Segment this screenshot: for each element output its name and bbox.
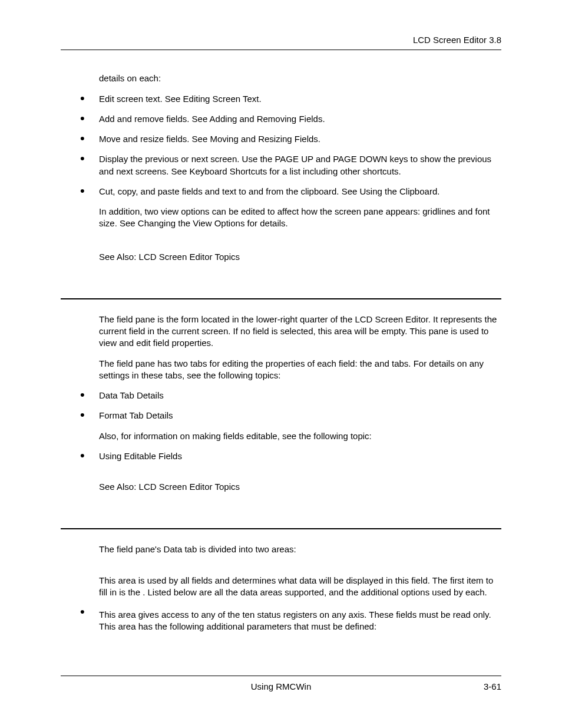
see-also: See Also: LCD Screen Editor Topics: [99, 481, 501, 493]
list-item-text: This area gives access to any of the ten…: [99, 610, 491, 631]
page-footer: Using RMCWin 3-61: [61, 676, 501, 693]
header-rule: [61, 50, 501, 50]
see-also: See Also: LCD Screen Editor Topics: [99, 251, 501, 263]
bullet-list-b: Data Tab Details Format Tab Details Also…: [99, 390, 501, 442]
list-item: Move and resize fields. See Moving and R…: [80, 133, 501, 145]
body-paragraph: The field pane's Data tab is divided int…: [99, 543, 501, 555]
lead-text: details on each:: [99, 73, 501, 84]
footer-rule: [61, 676, 501, 676]
bullet-list-c: This area gives access to any of the ten…: [99, 607, 501, 633]
section-rule: [61, 298, 501, 299]
list-item: Data Tab Details: [80, 390, 501, 401]
list-item: Add and remove fields. See Adding and Re…: [80, 113, 501, 125]
list-item: This area gives access to any of the ten…: [80, 607, 501, 633]
list-item-text: Format Tab Details: [99, 410, 173, 420]
header-section-label: LCD Screen Editor 3.8: [61, 34, 501, 46]
section-rule: [61, 528, 501, 529]
list-item: Using Editable Fields: [80, 450, 501, 462]
footer-title: Using RMCWin: [96, 681, 466, 693]
list-item: Display the previous or next screen. Use…: [80, 153, 501, 177]
body-paragraph: The field pane is the form located in th…: [99, 314, 501, 350]
body-paragraph: This area is used by all fields and dete…: [99, 575, 501, 599]
bullet-list-b2: Using Editable Fields: [99, 450, 501, 462]
body-paragraph: The field pane has two tabs for editing …: [99, 358, 501, 382]
list-followup: Also, for information on making fields e…: [99, 430, 501, 442]
footer-page-number: 3-61: [466, 681, 501, 693]
list-item: Edit screen text. See Editing Screen Tex…: [80, 93, 501, 105]
bullet-list-a: Edit screen text. See Editing Screen Tex…: [99, 93, 501, 230]
list-followup: In addition, two view options can be edi…: [99, 206, 501, 230]
list-item-text: Cut, copy, and paste fields and text to …: [99, 186, 439, 196]
list-item: Cut, copy, and paste fields and text to …: [80, 186, 501, 230]
list-item: Format Tab Details Also, for information…: [80, 410, 501, 442]
